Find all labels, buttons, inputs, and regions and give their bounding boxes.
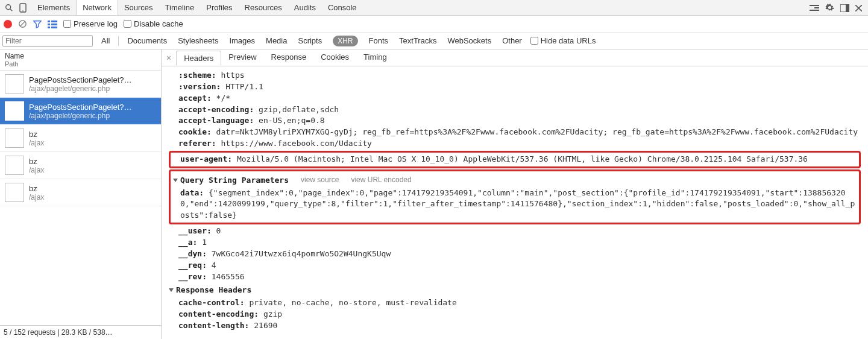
status-bar: 5 / 152 requests | 28.3 KB / 538…: [0, 325, 161, 339]
header-row: cookie: datr=NktJVM8ylriPXYM7XGQ-gyDj; r…: [169, 127, 861, 138]
drawer-icon[interactable]: [810, 3, 819, 11]
detail-tab-preview[interactable]: Preview: [221, 50, 263, 65]
gear-icon[interactable]: [825, 3, 834, 12]
dock-icon[interactable]: [840, 3, 849, 11]
section-response-headers: Response Headers: [169, 285, 861, 296]
header-row: __dyn: 7wKGco42i7Utwzx6iq4pomrWo5O2W4Ung…: [169, 249, 861, 260]
request-list-header: Name Path: [0, 49, 161, 71]
request-thumb: [5, 128, 24, 148]
detail-tab-response[interactable]: Response: [264, 50, 314, 65]
highlight-query-string: Query String Parametersview sourceview U…: [169, 170, 861, 224]
filter-tab-fonts[interactable]: Fonts: [369, 36, 389, 45]
request-path: /ajax: [29, 139, 44, 147]
header-row: user-agent: Mozilla/5.0 (Macintosh; Inte…: [173, 154, 857, 165]
devtools-tab-audits[interactable]: Audits: [288, 0, 322, 15]
detail-tab-cookies[interactable]: Cookies: [313, 50, 356, 65]
header-row: content-length: 21690: [169, 320, 861, 332]
filter-icon[interactable]: [33, 20, 42, 28]
svg-rect-13: [48, 21, 50, 22]
filter-tab-stylesheets[interactable]: Stylesheets: [178, 36, 218, 45]
detail-tab-headers[interactable]: Headers: [176, 51, 221, 66]
request-row[interactable]: bz/ajax: [0, 179, 161, 206]
preserve-log-checkbox[interactable]: Preserve log: [63, 19, 118, 28]
svg-rect-15: [48, 24, 50, 25]
request-detail-panel: × HeadersPreviewResponseCookiesTiming :s…: [162, 49, 868, 339]
header-row: data: {"segment_index":0,"page_index":0,…: [173, 188, 857, 222]
header-row: __rev: 1465556: [169, 271, 861, 283]
request-row[interactable]: PagePostsSectionPagelet?…/ajax/pagelet/g…: [0, 98, 161, 125]
svg-rect-14: [51, 21, 57, 22]
filter-tab-scripts[interactable]: Scripts: [298, 36, 322, 45]
devtools-tab-network[interactable]: Network: [76, 0, 118, 15]
devtools-tabbar: ElementsNetworkSourcesTimelineProfilesRe…: [0, 0, 868, 16]
request-thumb: [5, 156, 24, 175]
request-path: /ajax/pagelet/generic.php: [29, 84, 132, 93]
request-path: /ajax: [29, 193, 44, 201]
header-row: :version: HTTP/1.1: [169, 81, 861, 93]
header-row: referer: https://www.facebook.com/Udacit…: [169, 138, 861, 150]
svg-rect-18: [51, 27, 57, 28]
svg-point-3: [22, 10, 24, 11]
request-row[interactable]: PagePostsSectionPagelet?…/ajax/pagelet/g…: [0, 71, 161, 98]
network-filter-bar: AllDocumentsStylesheetsImagesMediaScript…: [0, 33, 868, 49]
header-row: cache-control: private, no-cache, no-sto…: [169, 297, 861, 309]
record-button[interactable]: [4, 20, 12, 28]
svg-rect-6: [810, 10, 819, 11]
header-row: __req: 4: [169, 260, 861, 271]
close-detail-icon[interactable]: ×: [164, 53, 176, 63]
devtools-tab-elements[interactable]: Elements: [31, 0, 76, 15]
network-toolbar: Preserve log Disable cache: [0, 16, 868, 33]
header-row: content-encoding: gzip: [169, 309, 861, 320]
svg-rect-5: [814, 7, 819, 8]
header-row: accept-language: en-US,en;q=0.8: [169, 115, 861, 127]
filter-tab-websockets[interactable]: WebSockets: [447, 36, 491, 45]
request-name: bz: [29, 157, 44, 166]
clear-icon[interactable]: [18, 19, 27, 28]
request-thumb: [5, 101, 24, 121]
header-row: accept-encoding: gzip,deflate,sdch: [169, 104, 861, 116]
header-row: __user: 0: [169, 226, 861, 237]
view-url-encoded-link[interactable]: view URL encoded: [351, 175, 411, 185]
request-row[interactable]: bz/ajax: [0, 125, 161, 152]
filter-tab-all[interactable]: All: [101, 36, 110, 45]
devtools-tab-console[interactable]: Console: [322, 0, 363, 15]
svg-line-1: [10, 9, 13, 11]
svg-line-12: [20, 22, 25, 27]
disable-cache-checkbox[interactable]: Disable cache: [124, 19, 183, 28]
filter-tab-texttracks[interactable]: TextTracks: [399, 36, 436, 45]
large-rows-icon[interactable]: [48, 20, 57, 28]
devtools-tab-sources[interactable]: Sources: [118, 0, 159, 15]
devtools-tab-timeline[interactable]: Timeline: [159, 0, 201, 15]
request-name: bz: [29, 130, 44, 139]
header-row: accept: */*: [169, 93, 861, 104]
section-query-string: Query String Parametersview sourceview U…: [173, 175, 857, 186]
filter-tab-media[interactable]: Media: [266, 36, 287, 45]
svg-rect-4: [810, 5, 819, 6]
svg-rect-8: [846, 4, 849, 12]
search-icon[interactable]: [5, 3, 13, 12]
devtools-tab-resources[interactable]: Resources: [239, 0, 288, 15]
request-name: PagePostsSectionPagelet?…: [29, 75, 132, 84]
filter-tab-other[interactable]: Other: [502, 36, 522, 45]
devtools-tab-profiles[interactable]: Profiles: [200, 0, 238, 15]
hide-data-urls-checkbox[interactable]: Hide data URLs: [530, 36, 596, 45]
filter-input[interactable]: [2, 35, 93, 47]
request-row[interactable]: bz/ajax: [0, 152, 161, 179]
close-icon[interactable]: [855, 3, 862, 11]
header-row: __a: 1: [169, 237, 861, 249]
filter-tab-xhr[interactable]: XHR: [333, 36, 357, 46]
header-row: :scheme: https: [169, 70, 861, 81]
request-thumb: [5, 183, 24, 202]
request-path: /ajax: [29, 166, 44, 174]
svg-rect-16: [51, 24, 57, 25]
request-path: /ajax/pagelet/generic.php: [29, 112, 132, 120]
filter-tab-documents[interactable]: Documents: [127, 36, 167, 45]
device-icon[interactable]: [19, 3, 27, 13]
detail-tab-timing[interactable]: Timing: [356, 50, 394, 65]
view-source-link[interactable]: view source: [301, 175, 339, 185]
filter-tab-images[interactable]: Images: [229, 36, 255, 45]
request-name: PagePostsSectionPagelet?…: [29, 103, 132, 112]
request-name: bz: [29, 184, 44, 193]
svg-point-0: [6, 5, 11, 10]
svg-rect-17: [48, 27, 50, 28]
